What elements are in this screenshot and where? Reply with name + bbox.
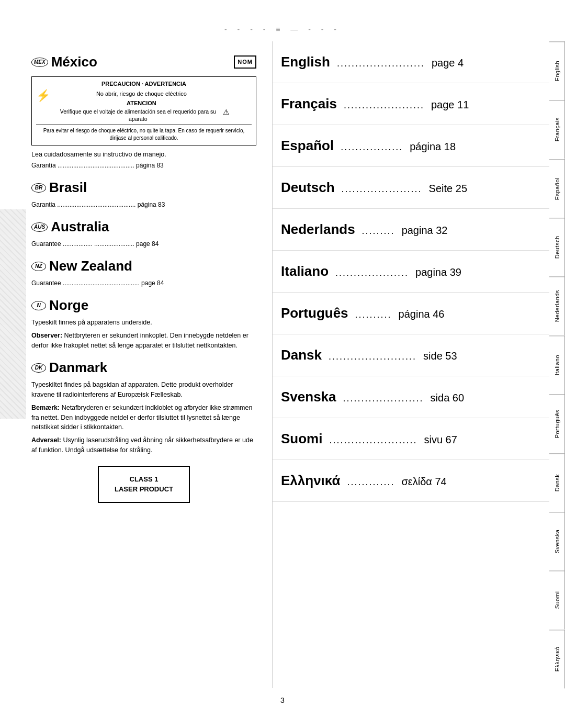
lang-dots: ........................: [325, 351, 420, 362]
lang-item: Dansk ........................ side 53: [273, 334, 549, 376]
lang-tab: Deutsch: [549, 218, 565, 276]
lang-dots: ....................: [332, 267, 412, 278]
lang-name: Ελληνικά: [281, 473, 340, 488]
lang-dots: .................: [337, 142, 406, 152]
lang-name: Svenska: [281, 389, 336, 405]
lang-page: page 4: [432, 57, 464, 69]
laser-line2: LASER PRODUCT: [115, 484, 173, 495]
precaucion-text: PRECAUCION · ADVERTENCIA: [36, 80, 252, 88]
left-column: MEX México NOM PRECAUCION · ADVERTENCIA …: [0, 41, 272, 688]
lang-tab: Français: [549, 100, 565, 159]
lang-name: English: [281, 54, 330, 70]
lang-item: Deutsch ...................... Seite 25: [273, 167, 549, 209]
australia-guarantee: Guarantee ................. ............…: [31, 239, 256, 249]
lightning-icon: ⚡: [36, 90, 50, 102]
left-border-decoration: [0, 209, 26, 419]
lang-page: pagina 32: [402, 225, 448, 236]
warning-text-block: No abrir, riesgo de choque eléctrico ATE…: [53, 90, 230, 122]
brasil-header: BR Brasil: [31, 177, 256, 198]
laser-line1: CLASS 1: [115, 474, 173, 485]
lang-item-content: English ........................ page 4: [281, 54, 541, 70]
dk-text1: Typeskiltet findes på bagsidan af appara…: [31, 380, 256, 400]
lang-item-content: Español ................. página 18: [281, 138, 541, 154]
adversel-text: Usynlig laserudstråling ved åbning når s…: [31, 436, 253, 454]
dk-badge: DK: [31, 363, 46, 373]
lang-item-content: Deutsch ...................... Seite 25: [281, 180, 541, 196]
laser-box: CLASS 1 LASER PRODUCT: [98, 466, 190, 503]
norge-section: N Norge Typeskilt finnes på apparatens u…: [31, 295, 256, 350]
lang-item: Nederlands ......... pagina 32: [273, 209, 549, 251]
lang-dots: ......................: [340, 100, 428, 110]
lang-name: Español: [281, 138, 334, 153]
lang-name: Français: [281, 96, 337, 111]
lang-tab: Nederlands: [549, 276, 565, 335]
norge-badge: N: [31, 301, 46, 310]
para-evitar-text: Para evitar el riesgo de choque eléctric…: [36, 125, 252, 142]
nz-header: NZ New Zealand: [31, 256, 256, 276]
lang-page: Seite 25: [429, 183, 467, 194]
norge-text2: Observer: Nettbryteren er sekundert innk…: [31, 331, 256, 351]
lang-item: Español ................. página 18: [273, 125, 549, 167]
lang-tabs: EnglishFrançaisEspañolDeutschNederlandsI…: [549, 41, 565, 688]
exclamation-icon: ⚠: [223, 108, 230, 116]
lang-dots: .............: [343, 477, 398, 487]
atencion-text: ATENCION: [53, 99, 230, 107]
top-decoration: - - - - ≡ — - - -: [0, 21, 565, 41]
bemaerk-label: Bemærk:: [31, 404, 60, 411]
lang-item-content: Svenska ...................... sida 60: [281, 389, 541, 405]
brasil-title: Brasil: [49, 177, 87, 198]
page: - - - - ≡ — - - - MEX México NOM PRECAUC…: [0, 0, 565, 728]
lang-page: σελίδα 74: [401, 476, 446, 487]
laser-box-container: CLASS 1 LASER PRODUCT: [31, 466, 256, 503]
norge-title: Norge: [49, 295, 88, 316]
lang-item-content: Ελληνικά ............. σελίδα 74: [281, 473, 541, 489]
lang-page: sida 60: [431, 392, 465, 404]
adversel-label: Adversel:: [31, 436, 61, 444]
lang-tab: Italiano: [549, 335, 565, 394]
observer-label: Observer:: [31, 332, 62, 339]
lang-item: Português .......... página 46: [273, 293, 549, 334]
lang-item: English ........................ page 4: [273, 41, 549, 83]
brasil-garantia: Garantia ...............................…: [31, 200, 256, 209]
page-number: 3: [0, 688, 565, 707]
mexico-warning-box: PRECAUCION · ADVERTENCIA ⚡ No abrir, rie…: [31, 76, 256, 145]
lang-tab: Español: [549, 159, 565, 218]
lang-dots: ........................: [333, 58, 428, 69]
lang-page: page 11: [431, 99, 469, 110]
lang-item-content: Nederlands ......... pagina 32: [281, 221, 541, 238]
nom-badge: NOM: [234, 55, 256, 69]
lang-name: Dansk: [281, 347, 322, 363]
lang-name: Deutsch: [281, 180, 335, 195]
aus-badge: AUS: [31, 222, 48, 232]
dk-adversel: Adversel: Usynlig laserudstråling ved åb…: [31, 435, 256, 455]
mexico-garantia: Garantía ...............................…: [31, 161, 256, 170]
mexico-title: MEX México: [31, 52, 97, 72]
lang-item: Italiano .................... pagina 39: [273, 251, 549, 293]
lang-tab: Svenska: [549, 512, 565, 570]
lea-text: Lea cuidadosamente su instructivo de man…: [31, 150, 256, 160]
brasil-section: BR Brasil Garantia .....................…: [31, 177, 256, 209]
lang-item-content: Français ...................... page 11: [281, 96, 541, 112]
right-column: English ........................ page 4F…: [272, 41, 565, 688]
aus-header: AUS Australia: [31, 217, 256, 237]
content-area: MEX México NOM PRECAUCION · ADVERTENCIA …: [0, 41, 565, 688]
no-abrir-text: No abrir, riesgo de choque eléctrico: [53, 90, 230, 97]
lang-tab: Dansk: [549, 453, 565, 512]
lang-tab: Suomi: [549, 570, 565, 629]
mexico-header: MEX México NOM: [31, 52, 256, 72]
lang-page: página 18: [410, 141, 456, 152]
lang-page: sivu 67: [424, 434, 457, 445]
dk-bemaerk: Bemærk: Netafbryderen er sekundært indkl…: [31, 403, 256, 432]
lang-dots: ......................: [340, 393, 427, 404]
lang-name: Português: [281, 305, 348, 321]
lang-item: Suomi ........................ sivu 67: [273, 418, 549, 460]
bemaerk-text: Netafbryderen er sekundært indkloblet og…: [31, 404, 252, 431]
language-list: English ........................ page 4F…: [272, 41, 549, 688]
dk-header: DK Danmark: [31, 357, 256, 378]
new-zealand-section: NZ New Zealand Guarantee ...............…: [31, 256, 256, 288]
lang-item-content: Italiano .................... pagina 39: [281, 263, 541, 279]
lang-page: página 46: [399, 308, 445, 320]
lang-item-content: Dansk ........................ side 53: [281, 347, 541, 363]
lang-page: side 53: [423, 350, 457, 362]
lang-name: Italiano: [281, 263, 329, 279]
